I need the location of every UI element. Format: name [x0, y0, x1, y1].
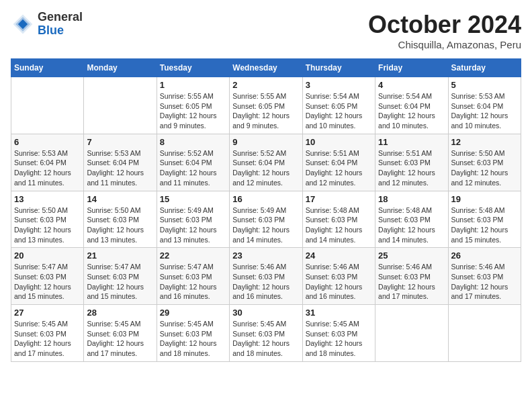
calendar-cell: 14Sunrise: 5:50 AM Sunset: 6:03 PM Dayli… [84, 191, 157, 248]
calendar-cell: 23Sunrise: 5:46 AM Sunset: 6:03 PM Dayli… [230, 248, 302, 305]
day-info: Sunrise: 5:53 AM Sunset: 6:04 PM Dayligh… [14, 148, 81, 188]
calendar-cell: 18Sunrise: 5:48 AM Sunset: 6:03 PM Dayli… [375, 191, 448, 248]
day-info: Sunrise: 5:48 AM Sunset: 6:03 PM Dayligh… [306, 205, 372, 245]
day-number: 31 [306, 308, 372, 318]
logo-text: General Blue [38, 11, 83, 38]
day-number: 29 [160, 308, 226, 318]
day-info: Sunrise: 5:45 AM Sunset: 6:03 PM Dayligh… [87, 319, 153, 359]
day-info: Sunrise: 5:55 AM Sunset: 6:05 PM Dayligh… [232, 91, 299, 131]
location: Chisquilla, Amazonas, Peru [368, 39, 521, 50]
day-info: Sunrise: 5:51 AM Sunset: 6:04 PM Dayligh… [306, 148, 372, 188]
calendar-cell: 21Sunrise: 5:47 AM Sunset: 6:03 PM Dayli… [84, 248, 157, 305]
calendar-week-5: 27Sunrise: 5:45 AM Sunset: 6:03 PM Dayli… [11, 305, 521, 362]
calendar-cell: 8Sunrise: 5:52 AM Sunset: 6:04 PM Daylig… [157, 134, 229, 191]
day-number: 18 [378, 194, 445, 204]
day-number: 13 [14, 194, 81, 204]
day-info: Sunrise: 5:51 AM Sunset: 6:03 PM Dayligh… [378, 148, 445, 188]
day-number: 10 [306, 137, 372, 147]
day-info: Sunrise: 5:46 AM Sunset: 6:03 PM Dayligh… [378, 262, 445, 302]
calendar-cell: 20Sunrise: 5:47 AM Sunset: 6:03 PM Dayli… [11, 248, 84, 305]
day-number: 20 [14, 250, 81, 261]
calendar-cell: 29Sunrise: 5:45 AM Sunset: 6:03 PM Dayli… [157, 305, 229, 362]
calendar-cell: 11Sunrise: 5:51 AM Sunset: 6:03 PM Dayli… [375, 134, 448, 191]
calendar: SundayMondayTuesdayWednesdayThursdayFrid… [11, 58, 521, 362]
day-info: Sunrise: 5:53 AM Sunset: 6:04 PM Dayligh… [87, 148, 153, 188]
day-info: Sunrise: 5:48 AM Sunset: 6:03 PM Dayligh… [451, 205, 518, 245]
day-number: 26 [451, 250, 518, 261]
title-area: October 2024 Chisquilla, Amazonas, Peru [368, 11, 521, 50]
day-info: Sunrise: 5:45 AM Sunset: 6:03 PM Dayligh… [160, 319, 226, 359]
day-number: 19 [451, 194, 518, 204]
day-number: 12 [451, 137, 518, 147]
day-number: 7 [87, 137, 153, 147]
page-header: General Blue October 2024 Chisquilla, Am… [11, 11, 521, 50]
day-number: 16 [232, 194, 299, 204]
day-info: Sunrise: 5:45 AM Sunset: 6:03 PM Dayligh… [306, 319, 372, 359]
day-number: 21 [87, 250, 153, 261]
day-number: 8 [160, 137, 226, 147]
day-info: Sunrise: 5:45 AM Sunset: 6:03 PM Dayligh… [232, 319, 299, 359]
calendar-cell: 13Sunrise: 5:50 AM Sunset: 6:03 PM Dayli… [11, 191, 84, 248]
calendar-cell [11, 77, 84, 134]
logo-blue: Blue [38, 24, 83, 38]
day-info: Sunrise: 5:52 AM Sunset: 6:04 PM Dayligh… [232, 148, 299, 188]
day-number: 17 [306, 194, 372, 204]
calendar-body: 1Sunrise: 5:55 AM Sunset: 6:05 PM Daylig… [11, 77, 521, 362]
calendar-cell: 19Sunrise: 5:48 AM Sunset: 6:03 PM Dayli… [448, 191, 521, 248]
calendar-cell: 7Sunrise: 5:53 AM Sunset: 6:04 PM Daylig… [84, 134, 157, 191]
day-info: Sunrise: 5:46 AM Sunset: 6:03 PM Dayligh… [451, 262, 518, 302]
day-info: Sunrise: 5:50 AM Sunset: 6:03 PM Dayligh… [87, 205, 153, 245]
day-info: Sunrise: 5:46 AM Sunset: 6:03 PM Dayligh… [232, 262, 299, 302]
day-number: 30 [232, 308, 299, 318]
weekday-header-friday: Friday [375, 59, 448, 77]
weekday-header-saturday: Saturday [448, 59, 521, 77]
weekday-header-row: SundayMondayTuesdayWednesdayThursdayFrid… [11, 59, 521, 77]
day-number: 6 [14, 137, 81, 147]
logo-icon [11, 12, 35, 36]
day-number: 5 [451, 80, 518, 90]
day-info: Sunrise: 5:49 AM Sunset: 6:03 PM Dayligh… [232, 205, 299, 245]
calendar-cell: 1Sunrise: 5:55 AM Sunset: 6:05 PM Daylig… [157, 77, 229, 134]
calendar-cell: 16Sunrise: 5:49 AM Sunset: 6:03 PM Dayli… [230, 191, 302, 248]
logo-general: General [38, 11, 83, 24]
calendar-cell: 30Sunrise: 5:45 AM Sunset: 6:03 PM Dayli… [230, 305, 302, 362]
calendar-cell: 10Sunrise: 5:51 AM Sunset: 6:04 PM Dayli… [302, 134, 375, 191]
weekday-header-monday: Monday [84, 59, 157, 77]
day-number: 3 [306, 80, 372, 90]
day-info: Sunrise: 5:47 AM Sunset: 6:03 PM Dayligh… [87, 262, 153, 302]
calendar-cell: 12Sunrise: 5:50 AM Sunset: 6:03 PM Dayli… [448, 134, 521, 191]
day-info: Sunrise: 5:48 AM Sunset: 6:03 PM Dayligh… [378, 205, 445, 245]
calendar-week-2: 6Sunrise: 5:53 AM Sunset: 6:04 PM Daylig… [11, 134, 521, 191]
day-number: 23 [232, 250, 299, 261]
calendar-cell: 3Sunrise: 5:54 AM Sunset: 6:05 PM Daylig… [302, 77, 375, 134]
calendar-cell: 15Sunrise: 5:49 AM Sunset: 6:03 PM Dayli… [157, 191, 229, 248]
logo: General Blue [11, 11, 83, 38]
day-number: 9 [232, 137, 299, 147]
calendar-cell [448, 305, 521, 362]
day-info: Sunrise: 5:49 AM Sunset: 6:03 PM Dayligh… [160, 205, 226, 245]
day-number: 22 [160, 250, 226, 261]
calendar-cell: 22Sunrise: 5:47 AM Sunset: 6:03 PM Dayli… [157, 248, 229, 305]
calendar-cell: 24Sunrise: 5:46 AM Sunset: 6:03 PM Dayli… [302, 248, 375, 305]
calendar-cell: 28Sunrise: 5:45 AM Sunset: 6:03 PM Dayli… [84, 305, 157, 362]
calendar-cell: 31Sunrise: 5:45 AM Sunset: 6:03 PM Dayli… [302, 305, 375, 362]
day-number: 15 [160, 194, 226, 204]
day-number: 14 [87, 194, 153, 204]
calendar-cell [375, 305, 448, 362]
day-info: Sunrise: 5:47 AM Sunset: 6:03 PM Dayligh… [14, 262, 81, 302]
day-info: Sunrise: 5:54 AM Sunset: 6:05 PM Dayligh… [306, 91, 372, 131]
day-number: 4 [378, 80, 445, 90]
day-number: 27 [14, 308, 81, 318]
calendar-cell: 25Sunrise: 5:46 AM Sunset: 6:03 PM Dayli… [375, 248, 448, 305]
calendar-cell: 5Sunrise: 5:53 AM Sunset: 6:04 PM Daylig… [448, 77, 521, 134]
month-title: October 2024 [368, 11, 521, 39]
calendar-week-1: 1Sunrise: 5:55 AM Sunset: 6:05 PM Daylig… [11, 77, 521, 134]
day-info: Sunrise: 5:45 AM Sunset: 6:03 PM Dayligh… [14, 319, 81, 359]
day-number: 2 [232, 80, 299, 90]
weekday-header-sunday: Sunday [11, 59, 84, 77]
weekday-header-tuesday: Tuesday [157, 59, 229, 77]
day-number: 28 [87, 308, 153, 318]
calendar-cell: 17Sunrise: 5:48 AM Sunset: 6:03 PM Dayli… [302, 191, 375, 248]
day-info: Sunrise: 5:52 AM Sunset: 6:04 PM Dayligh… [160, 148, 226, 188]
day-info: Sunrise: 5:50 AM Sunset: 6:03 PM Dayligh… [14, 205, 81, 245]
